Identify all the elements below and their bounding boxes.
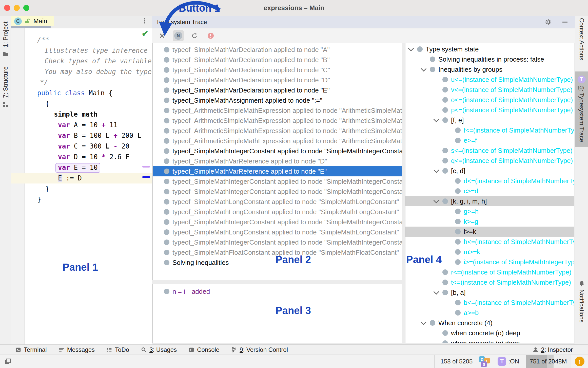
trace-row[interactable]: typeof_ArithmeticSimpleMathExpression ap… [153,105,402,116]
caret-position-indicator[interactable]: 158 of 5205 [435,358,479,365]
tree-row[interactable]: s<=(instance of SimpleMathNumberType) [405,145,574,156]
tree-row[interactable]: g>=h [405,206,574,216]
minimize-panel-icon[interactable] [562,19,568,25]
trace-operations-list[interactable]: typeof_SimpleMathVarDeclaration applied … [152,43,402,280]
gear-icon[interactable] [545,19,552,25]
zoom-button[interactable] [23,5,29,11]
tree-row[interactable]: v<=(instance of SimpleMathNumberType) [405,85,574,95]
trace-row[interactable]: typeof_SimpleMathIntegerConstant applied… [153,237,402,247]
trace-row[interactable]: typeof_SimpleMathVarDeclaration applied … [153,75,402,85]
sidebar-item-context-actions[interactable]: Context Actions [575,18,588,60]
trace-detail-row[interactable]: n = iadded [153,286,402,297]
sidebar-item-typesystem-trace[interactable]: T 5: Typesystem Trace [575,71,588,147]
tree-row[interactable]: o<=(instance of SimpleMathNumberType) [405,95,574,105]
tree-row[interactable]: k>=g [405,216,574,227]
sidebar-item--structure[interactable]: 7: Structure [2,66,9,117]
horizontal-splitter[interactable] [152,280,402,284]
tree-row[interactable]: h<=(instance of SimpleMathNumberType) [405,237,574,247]
trace-row[interactable]: typeof_SimpleMathIntegerConstant applied… [153,146,402,156]
typesystem-toggle[interactable]: T :ON [491,357,526,366]
tree-row[interactable]: t<=(instance of SimpleMathNumberType) [405,277,574,287]
trace-row[interactable]: typeof_SimpleMathAssignment applied to n… [153,95,402,105]
sidebar-item-notifications[interactable]: Notifications [575,280,588,323]
tree-row[interactable]: [c, d] [405,166,574,176]
trace-row[interactable]: typeof_ArithmeticSimpleMathExpression ap… [153,116,402,126]
trace-row[interactable]: typeof_SimpleMathVarReference applied to… [153,166,402,176]
close-trace-button[interactable] [156,30,168,41]
trace-row[interactable]: typeof_SimpleMathLongConstant applied to… [153,227,402,237]
code-line[interactable]: var A = 10 + 11 [25,120,152,130]
tab-main[interactable]: C Main [11,16,54,26]
trace-row[interactable]: typeof_ArithmeticSimpleMathExpression ap… [153,136,402,146]
tree-row[interactable]: f<=(instance of SimpleMathNumberType) [405,125,574,135]
code-line[interactable]: E := D [11,173,152,183]
code-line[interactable]: /** [25,34,152,45]
code-line[interactable]: var D = 10 * 2.6 F [25,152,152,162]
dsl-languages-icon[interactable]: DLS [479,356,491,367]
toolwindow-button--usages[interactable]: 3: Usages [141,346,177,353]
trace-row[interactable]: typeof_SimpleMathVarDeclaration applied … [153,65,402,75]
minimize-button[interactable] [14,5,20,11]
errors-button[interactable] [205,30,216,41]
sidebar-item--project[interactable]: 1: Project [2,22,9,66]
trace-row[interactable]: typeof_SimpleMathVarReference applied to… [153,156,402,166]
code-line[interactable]: { [25,98,152,109]
code-line[interactable]: You may also debug the typesystem [25,66,152,77]
tree-row[interactable]: e>=f [405,135,574,145]
trace-row[interactable]: typeof_SimpleMathVarDeclaration applied … [153,45,402,55]
tree-row[interactable]: Inequalities by groups [405,64,574,75]
refresh-button[interactable] [189,30,200,41]
type-system-state-tree[interactable]: Type system stateSolving inequalities in… [405,43,574,343]
trace-row[interactable]: typeof_SimpleMathLongConstant applied to… [153,197,402,207]
code-line[interactable]: Illustrates type inference [25,45,152,56]
tree-row[interactable]: when concrete (s) deep [405,338,574,343]
code-line[interactable]: */ [25,77,152,88]
tree-row[interactable]: [k, g, i, m, h] [405,196,574,206]
tree-row[interactable]: u<=(instance of SimpleMathNumberType) [405,75,574,85]
update-available-icon[interactable]: ↑ [575,357,584,366]
toolwindow-button-todo[interactable]: ToDo [106,346,129,353]
code-line[interactable]: } [25,194,152,205]
tree-row[interactable]: When concrete (4) [405,318,574,328]
trace-row[interactable]: typeof_SimpleMathLongConstant applied to… [153,207,402,217]
trace-row[interactable]: typeof_SimpleMathIntegerConstant applied… [153,217,402,227]
tree-row[interactable]: Solving inequalities in process: false [405,54,574,64]
tree-row[interactable]: d<=(instance of SimpleMathNumberType) [405,176,574,186]
tree-row[interactable]: b<=(instance of SimpleMathNumberType) [405,298,574,308]
code-line[interactable]: simple math [25,109,152,120]
toolwindow-button-messages[interactable]: Messages [58,346,95,353]
tab-options-kebab-icon[interactable] [141,17,148,24]
tree-row[interactable]: p<=(instance of SimpleMathNumberType) [405,105,574,115]
tree-row[interactable]: [b, a] [405,287,574,298]
code-line[interactable]: public class Main { [25,88,152,98]
code-line[interactable]: var E = 10 [25,162,152,173]
tree-row[interactable]: [f, e] [405,115,574,125]
toolwindow-button-console[interactable]: Console [188,346,219,353]
trace-row[interactable]: typeof_SimpleMathVarDeclaration applied … [153,55,402,65]
toolwindow-button-terminal[interactable]: Terminal [15,346,47,353]
tree-row[interactable]: a>=b [405,308,574,318]
node-toggle-button[interactable]: N [173,30,184,41]
code-line[interactable]: var C = 300 L - 20 [25,141,152,152]
code-line[interactable]: Check types of the variables [25,56,152,66]
tree-row[interactable]: when concrete (o) deep [405,328,574,338]
code-area[interactable]: /**Illustrates type inferenceCheck types… [25,34,152,205]
tree-row[interactable]: c>=d [405,186,574,196]
vertical-splitter[interactable] [402,43,405,344]
tool-windows-icon[interactable] [5,358,11,365]
trace-row[interactable]: typeof_ArithmeticSimpleMathExpression ap… [153,126,402,136]
tree-row[interactable]: Type system state [405,44,574,54]
toolwindow-button--version-control[interactable]: 9: Version Control [231,346,288,353]
trace-row[interactable]: typeof_SimpleMathVarDeclaration applied … [153,85,402,95]
trace-row[interactable]: typeof_SimpleMathIntegerConstant applied… [153,187,402,197]
code-editor[interactable]: /**Illustrates type inferenceCheck types… [11,28,152,344]
code-line[interactable]: } [25,183,152,194]
code-line[interactable]: var B = 100 L + 200 L [25,130,152,141]
tree-row[interactable]: q<=(instance of SimpleMathNumberType) [405,156,574,166]
tree-row[interactable]: r<=(instance of SimpleMathNumberType) [405,267,574,277]
tree-row[interactable]: i>=k [405,227,574,237]
toolwindow-button-inspector[interactable]: 2: Inspector [533,346,573,353]
close-button[interactable] [4,5,10,11]
memory-indicator[interactable]: 751 of 2048M [526,355,571,368]
trace-row[interactable]: typeof_SimpleMathIntegerConstant applied… [153,176,402,187]
